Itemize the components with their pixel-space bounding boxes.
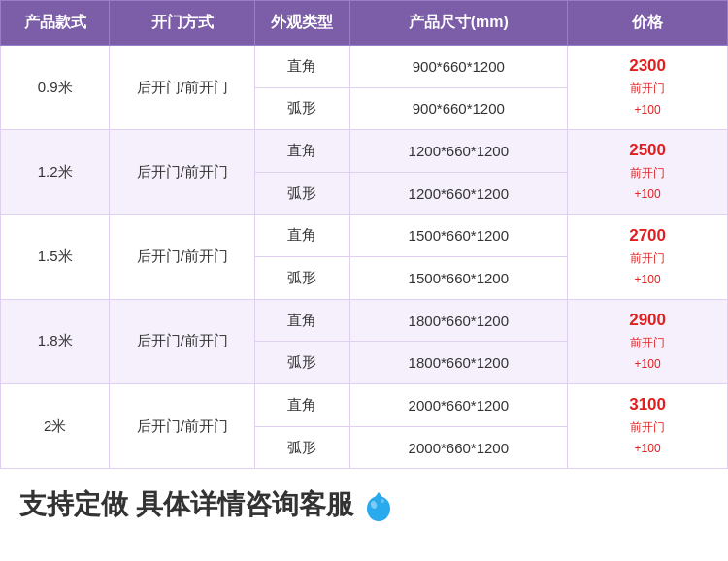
product-size: 900*660*1200 (349, 87, 568, 130)
door-type: 后开门/前开门 (110, 214, 255, 299)
price-main: 2700 (629, 226, 666, 245)
product-size: 1200*660*1200 (349, 130, 568, 173)
price-value: 2500前开门+100 (568, 130, 728, 214)
price-value: 2900前开门+100 (568, 299, 728, 383)
svg-point-2 (381, 499, 384, 503)
price-table: 产品款式 开门方式 外观类型 产品尺寸(mm) 价格 0.9米后开门/前开门直角… (0, 0, 728, 469)
header-product: 产品款式 (1, 1, 110, 46)
table-row: 1.8米后开门/前开门直角1800*660*12002900前开门+100 (1, 299, 728, 342)
table-row: 0.9米后开门/前开门直角900*660*12002300前开门+100 (1, 46, 728, 88)
price-main: 3100 (629, 395, 666, 413)
product-size: 1800*660*1200 (349, 342, 568, 384)
product-size: 2000*660*1200 (349, 426, 568, 469)
price-value: 3100前开门+100 (568, 384, 728, 469)
door-type: 后开门/前开门 (110, 384, 255, 469)
header-shape: 外观类型 (255, 1, 349, 46)
price-table-wrapper: 产品款式 开门方式 外观类型 产品尺寸(mm) 价格 0.9米后开门/前开门直角… (0, 0, 728, 469)
price-sub: 前开门+100 (630, 82, 665, 116)
price-value: 2700前开门+100 (568, 214, 728, 299)
product-name: 1.5米 (1, 214, 110, 299)
price-sub: 前开门+100 (630, 336, 665, 371)
product-size: 1200*660*1200 (349, 172, 568, 214)
table-body: 0.9米后开门/前开门直角900*660*12002300前开门+100弧形90… (1, 46, 728, 469)
product-size: 1800*660*1200 (349, 299, 568, 342)
header-size: 产品尺寸(mm) (349, 1, 568, 46)
shape-type: 直角 (255, 214, 349, 257)
shape-type: 弧形 (255, 172, 349, 214)
price-sub: 前开门+100 (630, 166, 665, 201)
product-size: 1500*660*1200 (349, 257, 568, 300)
shape-type: 弧形 (255, 426, 349, 469)
price-sub: 前开门+100 (630, 251, 665, 286)
price-sub: 前开门+100 (630, 420, 665, 455)
shape-type: 弧形 (255, 257, 349, 300)
table-header-row: 产品款式 开门方式 外观类型 产品尺寸(mm) 价格 (1, 1, 728, 46)
shape-type: 直角 (255, 130, 349, 173)
table-row: 1.2米后开门/前开门直角1200*660*12002500前开门+100 (1, 130, 728, 173)
footer-bar: 支持定做 具体详情咨询客服 (0, 469, 728, 537)
header-door: 开门方式 (110, 1, 255, 46)
price-value: 2300前开门+100 (568, 46, 728, 130)
price-main: 2900 (629, 311, 666, 329)
shape-type: 直角 (255, 384, 349, 427)
shape-type: 直角 (255, 46, 349, 88)
shape-type: 弧形 (255, 87, 349, 130)
product-name: 0.9米 (1, 46, 110, 130)
door-type: 后开门/前开门 (110, 46, 255, 130)
product-name: 1.2米 (1, 130, 110, 214)
product-size: 1500*660*1200 (349, 214, 568, 257)
table-row: 2米后开门/前开门直角2000*660*12003100前开门+100 (1, 384, 728, 427)
door-type: 后开门/前开门 (110, 299, 255, 383)
header-price: 价格 (568, 1, 728, 46)
water-drop-icon (361, 487, 396, 522)
price-main: 2500 (629, 141, 666, 159)
product-size: 2000*660*1200 (349, 384, 568, 427)
table-row: 1.5米后开门/前开门直角1500*660*12002700前开门+100 (1, 214, 728, 257)
product-name: 1.8米 (1, 299, 110, 383)
shape-type: 弧形 (255, 342, 349, 384)
product-name: 2米 (1, 384, 110, 469)
shape-type: 直角 (255, 299, 349, 342)
price-main: 2300 (629, 56, 666, 75)
door-type: 后开门/前开门 (110, 130, 255, 214)
footer-text: 支持定做 具体详情咨询客服 (19, 486, 353, 523)
product-size: 900*660*1200 (349, 46, 568, 88)
